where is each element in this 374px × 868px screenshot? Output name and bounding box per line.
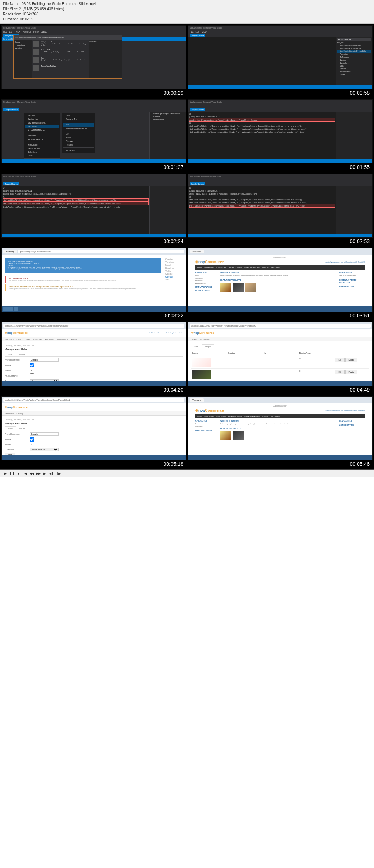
- product-card[interactable]: [220, 283, 231, 292]
- browser-tab[interactable]: Bootstrap: [3, 250, 17, 253]
- menu-nuget[interactable]: Manage NuGet Packages...: [63, 127, 94, 130]
- active-checkbox[interactable]: [30, 437, 34, 442]
- menu-catalog[interactable]: Catalog: [16, 412, 23, 415]
- vs-menu-edit[interactable]: EDIT: [196, 31, 200, 33]
- browser-tab[interactable]: Your store: [190, 398, 204, 402]
- thumbnail-12[interactable]: Your store Administration ✚nopCommerce a…: [188, 396, 373, 469]
- address-bar[interactable]: localhost:15536/Admin/Plugin/Widgets/Pro…: [3, 324, 184, 328]
- sidebar-link-active[interactable]: Carousel: [165, 275, 184, 278]
- code-editor[interactable]: @{ @using Nop.Web.Framework.UI; @model N…: [188, 112, 336, 159]
- vs-menu-file[interactable]: FILE: [3, 31, 7, 33]
- step-fwd-button[interactable]: ❚▶: [56, 471, 61, 476]
- windows-taskbar[interactable]: [188, 306, 372, 312]
- windows-taskbar[interactable]: [2, 381, 186, 386]
- delete-button[interactable]: Delete: [345, 358, 357, 362]
- zone-select[interactable]: home_page_top: [30, 448, 59, 451]
- menu-css[interactable]: Style Sheet: [25, 150, 59, 154]
- nav-item[interactable]: DIGITAL DOWNLOADS: [244, 267, 259, 269]
- category-link[interactable]: Computers: [195, 277, 217, 279]
- thumbnail-6[interactable]: NopCommerce - Microsoft Visual Studio Go…: [188, 174, 373, 246]
- tree-item[interactable]: References: [337, 56, 371, 59]
- tree-item[interactable]: Properties: [337, 53, 371, 56]
- tab-slider[interactable]: Slider: [191, 344, 202, 349]
- nav-item[interactable]: APPAREL & SHOES: [228, 267, 242, 269]
- stop-button[interactable]: ■: [16, 471, 21, 476]
- thumbnail-8[interactable]: Your store Administration ✚nopCommerce a…: [188, 248, 373, 321]
- menu-customers[interactable]: Customers: [33, 338, 42, 340]
- nop-logo[interactable]: ✚nopCommerce: [191, 331, 214, 335]
- tree-item-selected[interactable]: Nop.Plugin.Widgets.PromoSlider: [337, 50, 371, 53]
- menu-config[interactable]: Configuration: [57, 338, 68, 340]
- menu-catalog[interactable]: Catalog: [191, 338, 197, 340]
- tree-item[interactable]: Content: [337, 59, 371, 61]
- nuget-package-jquery[interactable]: jQueryjQuery is a new kind of JavaScript…: [33, 57, 88, 64]
- nav-item[interactable]: GIFT CARDS: [271, 267, 279, 269]
- tree-item[interactable]: Plugins: [337, 41, 371, 44]
- category-link[interactable]: Books: [195, 423, 217, 425]
- menu-properties[interactable]: Properties: [63, 148, 94, 152]
- active-checkbox[interactable]: [30, 363, 34, 367]
- menu-js[interactable]: JavaScript File: [25, 147, 59, 150]
- sidebar-link[interactable]: Affix: [165, 278, 184, 281]
- nav-item[interactable]: APPAREL & SHOES: [228, 415, 242, 417]
- nuget-package-json[interactable]: Newtonsoft.JsonJson.NET is a popular hig…: [33, 49, 88, 56]
- menu-aspnet-folder[interactable]: Add ASP.NET Folder: [25, 128, 59, 132]
- sidebar-link[interactable]: Dropdown: [165, 267, 184, 269]
- menu-remove[interactable]: Remove: [63, 139, 94, 143]
- thumbnail-1[interactable]: NopCommerce - Microsoft Visual Studio FI…: [1, 25, 186, 98]
- taskbar-icon[interactable]: [14, 307, 18, 311]
- nav-item[interactable]: GIFT CARDS: [271, 415, 279, 417]
- nav-item[interactable]: JEWELRY: [262, 415, 269, 417]
- menu-service-ref[interactable]: Service Reference...: [25, 137, 59, 141]
- nuget-tab-updates[interactable]: Updates: [14, 46, 31, 49]
- thumbnail-3[interactable]: NopCommerce - Microsoft Visual Studio Go…: [1, 99, 186, 172]
- taskbar-icon[interactable]: [8, 307, 13, 311]
- vs-run-button[interactable]: Google Chrome: [190, 108, 205, 111]
- tab-images[interactable]: Images: [202, 344, 214, 349]
- tab-slider[interactable]: Slider: [5, 352, 16, 356]
- category-link[interactable]: Electronics: [195, 279, 217, 282]
- nuget-source[interactable]: nuget.org: [14, 44, 31, 46]
- nop-logo[interactable]: ✚nopCommerce: [5, 405, 28, 409]
- menu-view[interactable]: View: [63, 114, 94, 117]
- interval-input[interactable]: [30, 369, 44, 372]
- address-bar[interactable]: localhost:15536/Admin/Plugin/Widgets/Pro…: [3, 398, 184, 402]
- pause-checkbox[interactable]: [30, 373, 34, 378]
- taskbar-icon[interactable]: [3, 307, 8, 311]
- menu-promotions[interactable]: Promotions: [45, 338, 54, 340]
- prev-button[interactable]: |◀: [23, 471, 28, 476]
- nuget-package-mvc[interactable]: Microsoft.AspNet.Mvc: [33, 65, 88, 72]
- windows-taskbar[interactable]: [188, 381, 372, 386]
- vs-run-button[interactable]: Google Chrome: [3, 182, 19, 185]
- nop-logo[interactable]: ✚nopCommerce: [195, 260, 224, 264]
- product-card[interactable]: [245, 283, 256, 292]
- nuget-package-ef[interactable]: EntityFrameworkEntity Framework is Micro…: [33, 41, 88, 48]
- rewind-button[interactable]: ◀◀: [29, 471, 34, 476]
- menu-rename[interactable]: Rename: [63, 143, 94, 147]
- tree-item[interactable]: Controllers: [337, 61, 371, 64]
- thumbnail-11[interactable]: localhost:15536/Admin/Plugin/Widgets/Pro…: [1, 396, 186, 469]
- tree-item[interactable]: Nop.Plugin.ExchangeRate: [337, 47, 371, 50]
- play-button[interactable]: ▶: [3, 471, 8, 476]
- seek-bar[interactable]: [0, 469, 374, 470]
- nop-logo[interactable]: ✚nopCommerce: [195, 408, 224, 412]
- nav-item[interactable]: COMPUTERS: [204, 267, 214, 269]
- category-link[interactable]: Apparel & Shoes: [195, 282, 217, 284]
- tree-item[interactable]: Infrastructure: [337, 70, 371, 73]
- nuget-tab-online[interactable]: Online: [14, 41, 31, 44]
- nav-item[interactable]: COMPUTERS: [204, 415, 214, 417]
- product-card[interactable]: [220, 431, 231, 440]
- header-links[interactable]: admin@yourstore.com Log out Shopping car…: [326, 261, 365, 263]
- tab-images[interactable]: Images: [16, 352, 28, 356]
- address-bar[interactable]: getbootstrap.com/javascript/#carousel: [18, 250, 184, 253]
- menu-add[interactable]: Add: [63, 123, 94, 127]
- windows-taskbar[interactable]: [2, 306, 186, 312]
- menu-dashboard[interactable]: Dashboard: [5, 338, 14, 340]
- name-input[interactable]: [30, 358, 59, 362]
- nav-item[interactable]: JEWELRY: [262, 267, 269, 269]
- menu-new-item[interactable]: New Item...: [25, 114, 59, 117]
- nav-item[interactable]: DIGITAL DOWNLOADS: [244, 415, 259, 417]
- edit-button[interactable]: Edit: [335, 358, 345, 362]
- thumbnail-10[interactable]: localhost:15536/Admin/Plugin/Widgets/Pro…: [188, 322, 373, 395]
- sidebar-link[interactable]: Modal: [165, 264, 184, 267]
